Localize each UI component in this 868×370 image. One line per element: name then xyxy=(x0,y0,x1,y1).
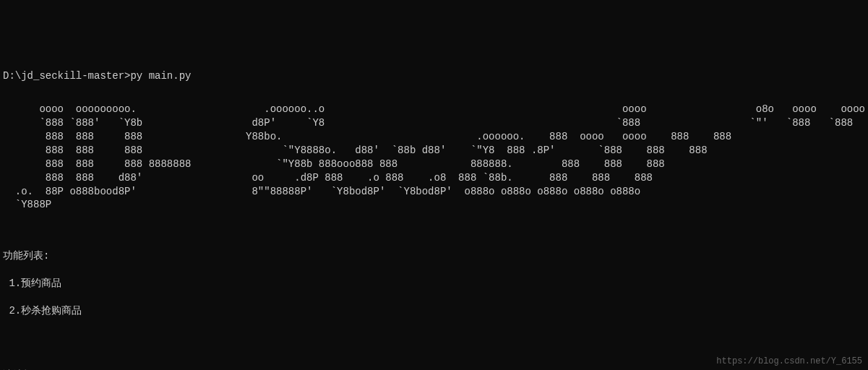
command-prompt: D:\jd_seckill-master>py main.py xyxy=(3,69,865,83)
watermark: https://blog.csdn.net/Y_6155 xyxy=(716,356,862,367)
menu-item-reserve: 1.预约商品 xyxy=(3,277,865,291)
menu-item-seckill: 2.秒杀抢购商品 xyxy=(3,304,865,318)
function-menu: 功能列表: 1.预约商品 2.秒杀抢购商品 xyxy=(3,236,865,331)
ascii-banner: oooo ooooooooo. .oooooo..o oooo o8o oooo… xyxy=(3,103,865,212)
terminal-window[interactable]: D:\jd_seckill-master>py main.py oooo ooo… xyxy=(0,55,868,370)
menu-header: 功能列表: xyxy=(3,249,865,263)
